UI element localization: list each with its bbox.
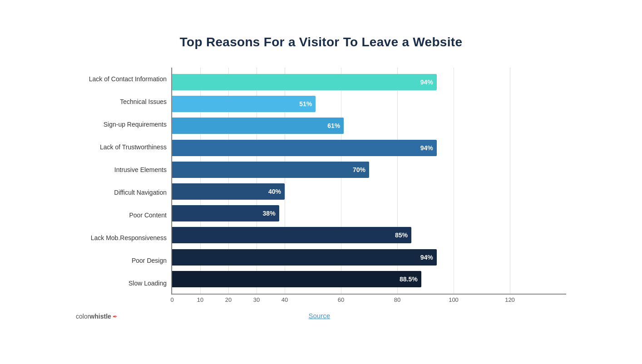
bar-value-label: 40%: [268, 188, 281, 195]
bar-value-label: 94%: [420, 79, 433, 86]
y-axis-label: Lack of Contact Information: [76, 68, 167, 90]
x-axis-tick: 30: [253, 296, 260, 303]
bar-value-label: 70%: [353, 166, 365, 173]
bar: 94%: [172, 74, 437, 90]
bar: 88.5%: [172, 271, 421, 287]
bar-row: 40%: [172, 182, 566, 201]
y-axis-label: Technical Issues: [76, 90, 167, 113]
x-axis-tick: 80: [394, 296, 400, 303]
bar-row: 94%: [172, 73, 566, 92]
y-axis-labels: Lack of Contact InformationTechnical Iss…: [76, 68, 171, 295]
chart-title: Top Reasons For a Visitor To Leave a Web…: [76, 35, 566, 49]
bar-value-label: 61%: [327, 122, 340, 129]
brand-icon: ✒: [111, 313, 118, 320]
bars-wrapper: 94%51%61%94%70%40%38%85%94%88.5%: [172, 68, 566, 294]
bar: 85%: [172, 227, 411, 243]
brand-color-text: color: [76, 313, 89, 320]
bar-value-label: 38%: [263, 210, 276, 217]
bar-row: 70%: [172, 160, 566, 179]
footer-row: colorwhistle ✒ Source: [76, 308, 566, 320]
y-axis-label: Lack of Trustworthiness: [76, 136, 167, 158]
y-axis-label: Slow Loading: [76, 272, 167, 295]
bar-value-label: 94%: [420, 144, 433, 152]
y-axis-label: Lack Mob.Responsiveness: [76, 226, 167, 249]
brand: colorwhistle ✒: [76, 313, 118, 320]
bar-row: 51%: [172, 94, 566, 113]
bar: 94%: [172, 140, 437, 156]
y-axis-label: Poor Content: [76, 204, 167, 226]
bar: 94%: [172, 249, 437, 266]
x-axis-tick: 20: [225, 296, 232, 303]
y-axis-label: Poor Design: [76, 249, 167, 272]
bar: 70%: [172, 162, 369, 178]
bar-value-label: 88.5%: [400, 275, 418, 283]
bar-row: 94%: [172, 248, 566, 267]
bar-value-label: 51%: [299, 100, 312, 108]
x-axis-tick: 10: [197, 296, 203, 303]
y-axis-label: Intrusive Elements: [76, 158, 167, 181]
bar-row: 88.5%: [172, 270, 566, 289]
bar-row: 38%: [172, 204, 566, 223]
chart-area: Lack of Contact InformationTechnical Iss…: [76, 68, 566, 320]
bar-row: 61%: [172, 116, 566, 135]
bar: 51%: [172, 96, 316, 112]
bar: 40%: [172, 183, 285, 200]
bar-value-label: 85%: [395, 231, 408, 239]
bar-value-label: 94%: [420, 254, 433, 261]
bars-area: 94%51%61%94%70%40%38%85%94%88.5%: [171, 68, 566, 295]
bar: 38%: [172, 205, 279, 221]
x-axis-container: 0102030406080100120: [172, 295, 566, 308]
brand-bold-text: whistle: [89, 313, 111, 320]
bar: 61%: [172, 118, 344, 134]
source-link[interactable]: Source: [308, 312, 330, 320]
x-axis-tick: 40: [281, 296, 288, 303]
x-axis-tick: 100: [449, 296, 459, 303]
chart-container: Top Reasons For a Visitor To Leave a Web…: [49, 17, 593, 347]
x-axis-tick: 120: [505, 296, 515, 303]
y-axis-label: Sign-up Requirements: [76, 113, 167, 136]
x-axis-tick: 60: [338, 296, 344, 303]
chart-body: Lack of Contact InformationTechnical Iss…: [76, 68, 566, 295]
bar-row: 94%: [172, 138, 566, 157]
y-axis-label: Difficult Navigation: [76, 181, 167, 204]
x-axis-tick: 0: [170, 296, 173, 303]
bar-row: 85%: [172, 226, 566, 245]
